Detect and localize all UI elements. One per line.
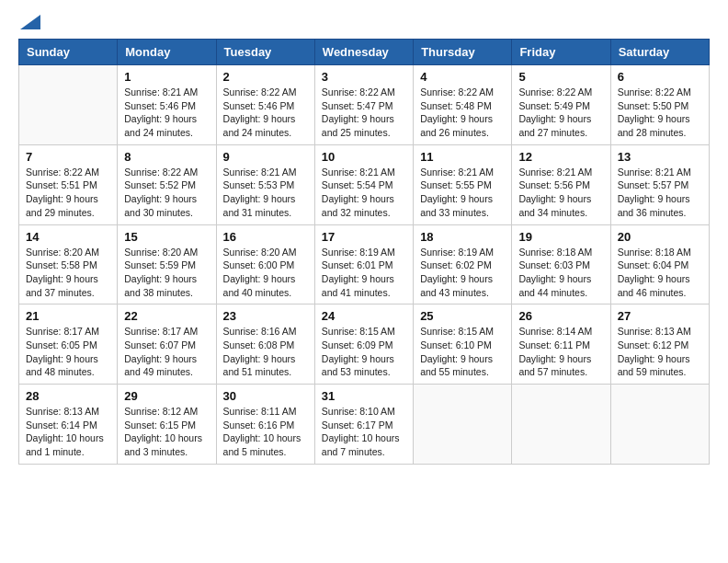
day-number: 12: [518, 150, 603, 164]
calendar-cell: 10Sunrise: 8:21 AM Sunset: 5:54 PM Dayli…: [314, 144, 413, 224]
svg-marker-0: [20, 15, 40, 29]
day-info: Sunrise: 8:22 AM Sunset: 5:52 PM Dayligh…: [124, 166, 209, 220]
logo-icon: [20, 15, 40, 29]
day-info: Sunrise: 8:11 AM Sunset: 6:16 PM Dayligh…: [223, 405, 308, 459]
calendar-cell: 3Sunrise: 8:22 AM Sunset: 5:47 PM Daylig…: [314, 65, 413, 145]
calendar-cell: [610, 385, 709, 465]
day-info: Sunrise: 8:22 AM Sunset: 5:47 PM Dayligh…: [322, 86, 406, 140]
calendar-cell: 27Sunrise: 8:13 AM Sunset: 6:12 PM Dayli…: [610, 304, 709, 385]
day-info: Sunrise: 8:17 AM Sunset: 6:05 PM Dayligh…: [26, 325, 110, 379]
day-number: 1: [124, 70, 209, 84]
calendar-cell: 12Sunrise: 8:21 AM Sunset: 5:56 PM Dayli…: [512, 144, 610, 224]
day-info: Sunrise: 8:20 AM Sunset: 5:58 PM Dayligh…: [26, 246, 110, 300]
calendar-cell: 2Sunrise: 8:22 AM Sunset: 5:46 PM Daylig…: [216, 65, 314, 145]
weekday-header-tuesday: Tuesday: [216, 40, 314, 65]
day-number: 22: [124, 309, 209, 323]
weekday-header-thursday: Thursday: [414, 40, 512, 65]
calendar-week-row: 14Sunrise: 8:20 AM Sunset: 5:58 PM Dayli…: [19, 224, 710, 304]
weekday-header-friday: Friday: [512, 40, 610, 65]
day-info: Sunrise: 8:21 AM Sunset: 5:55 PM Dayligh…: [420, 166, 505, 220]
calendar-cell: [512, 385, 610, 465]
day-number: 9: [223, 150, 308, 164]
calendar-cell: 18Sunrise: 8:19 AM Sunset: 6:02 PM Dayli…: [414, 224, 512, 304]
day-number: 15: [124, 230, 209, 244]
day-number: 31: [322, 389, 406, 403]
day-number: 21: [26, 309, 110, 323]
calendar-cell: 5Sunrise: 8:22 AM Sunset: 5:49 PM Daylig…: [512, 65, 610, 145]
day-info: Sunrise: 8:22 AM Sunset: 5:49 PM Dayligh…: [518, 86, 603, 140]
day-number: 25: [420, 309, 505, 323]
day-number: 3: [322, 70, 406, 84]
day-info: Sunrise: 8:20 AM Sunset: 5:59 PM Dayligh…: [124, 246, 209, 300]
day-number: 28: [26, 389, 110, 403]
calendar-cell: 6Sunrise: 8:22 AM Sunset: 5:50 PM Daylig…: [610, 65, 709, 145]
day-info: Sunrise: 8:15 AM Sunset: 6:10 PM Dayligh…: [420, 325, 505, 379]
calendar-cell: 31Sunrise: 8:10 AM Sunset: 6:17 PM Dayli…: [314, 385, 413, 465]
day-number: 16: [223, 230, 308, 244]
day-info: Sunrise: 8:12 AM Sunset: 6:15 PM Dayligh…: [124, 405, 209, 459]
day-info: Sunrise: 8:19 AM Sunset: 6:02 PM Dayligh…: [420, 246, 505, 300]
calendar-cell: 19Sunrise: 8:18 AM Sunset: 6:03 PM Dayli…: [512, 224, 610, 304]
calendar-cell: 16Sunrise: 8:20 AM Sunset: 6:00 PM Dayli…: [216, 224, 314, 304]
calendar-cell: 20Sunrise: 8:18 AM Sunset: 6:04 PM Dayli…: [610, 224, 709, 304]
calendar-cell: [414, 385, 512, 465]
logo: [18, 18, 40, 29]
calendar-cell: 9Sunrise: 8:21 AM Sunset: 5:53 PM Daylig…: [216, 144, 314, 224]
calendar-week-row: 7Sunrise: 8:22 AM Sunset: 5:51 PM Daylig…: [19, 144, 710, 224]
calendar-cell: 15Sunrise: 8:20 AM Sunset: 5:59 PM Dayli…: [118, 224, 216, 304]
day-info: Sunrise: 8:21 AM Sunset: 5:53 PM Dayligh…: [223, 166, 308, 220]
calendar-cell: 30Sunrise: 8:11 AM Sunset: 6:16 PM Dayli…: [216, 385, 314, 465]
day-info: Sunrise: 8:21 AM Sunset: 5:54 PM Dayligh…: [322, 166, 406, 220]
day-info: Sunrise: 8:15 AM Sunset: 6:09 PM Dayligh…: [322, 325, 406, 379]
day-info: Sunrise: 8:16 AM Sunset: 6:08 PM Dayligh…: [223, 325, 308, 379]
weekday-header-saturday: Saturday: [610, 40, 709, 65]
calendar-cell: 22Sunrise: 8:17 AM Sunset: 6:07 PM Dayli…: [118, 304, 216, 385]
day-number: 29: [124, 389, 209, 403]
calendar-cell: 25Sunrise: 8:15 AM Sunset: 6:10 PM Dayli…: [414, 304, 512, 385]
day-number: 5: [518, 70, 603, 84]
day-number: 20: [618, 230, 702, 244]
day-number: 4: [420, 70, 505, 84]
day-info: Sunrise: 8:18 AM Sunset: 6:04 PM Dayligh…: [618, 246, 702, 300]
day-number: 19: [518, 230, 603, 244]
day-number: 7: [26, 150, 110, 164]
day-info: Sunrise: 8:13 AM Sunset: 6:12 PM Dayligh…: [618, 325, 702, 379]
day-number: 26: [518, 309, 603, 323]
calendar-cell: 26Sunrise: 8:14 AM Sunset: 6:11 PM Dayli…: [512, 304, 610, 385]
calendar-cell: 7Sunrise: 8:22 AM Sunset: 5:51 PM Daylig…: [19, 144, 118, 224]
calendar-cell: 28Sunrise: 8:13 AM Sunset: 6:14 PM Dayli…: [19, 385, 118, 465]
weekday-header-wednesday: Wednesday: [314, 40, 413, 65]
day-number: 30: [223, 389, 308, 403]
calendar-week-row: 21Sunrise: 8:17 AM Sunset: 6:05 PM Dayli…: [19, 304, 710, 385]
weekday-header-monday: Monday: [118, 40, 216, 65]
day-number: 2: [223, 70, 308, 84]
calendar-cell: 23Sunrise: 8:16 AM Sunset: 6:08 PM Dayli…: [216, 304, 314, 385]
day-number: 23: [223, 309, 308, 323]
day-info: Sunrise: 8:14 AM Sunset: 6:11 PM Dayligh…: [518, 325, 603, 379]
calendar-cell: 11Sunrise: 8:21 AM Sunset: 5:55 PM Dayli…: [414, 144, 512, 224]
calendar-cell: 4Sunrise: 8:22 AM Sunset: 5:48 PM Daylig…: [414, 65, 512, 145]
day-number: 14: [26, 230, 110, 244]
calendar-cell: 29Sunrise: 8:12 AM Sunset: 6:15 PM Dayli…: [118, 385, 216, 465]
day-info: Sunrise: 8:19 AM Sunset: 6:01 PM Dayligh…: [322, 246, 406, 300]
calendar-cell: [19, 65, 118, 145]
calendar-cell: 14Sunrise: 8:20 AM Sunset: 5:58 PM Dayli…: [19, 224, 118, 304]
day-info: Sunrise: 8:18 AM Sunset: 6:03 PM Dayligh…: [518, 246, 603, 300]
calendar-cell: 13Sunrise: 8:21 AM Sunset: 5:57 PM Dayli…: [610, 144, 709, 224]
day-info: Sunrise: 8:13 AM Sunset: 6:14 PM Dayligh…: [26, 405, 110, 459]
day-info: Sunrise: 8:22 AM Sunset: 5:46 PM Dayligh…: [223, 86, 308, 140]
day-info: Sunrise: 8:22 AM Sunset: 5:51 PM Dayligh…: [26, 166, 110, 220]
day-number: 17: [322, 230, 406, 244]
day-number: 10: [322, 150, 406, 164]
day-info: Sunrise: 8:21 AM Sunset: 5:56 PM Dayligh…: [518, 166, 603, 220]
calendar-cell: 24Sunrise: 8:15 AM Sunset: 6:09 PM Dayli…: [314, 304, 413, 385]
day-info: Sunrise: 8:17 AM Sunset: 6:07 PM Dayligh…: [124, 325, 209, 379]
day-info: Sunrise: 8:22 AM Sunset: 5:50 PM Dayligh…: [618, 86, 702, 140]
day-number: 13: [618, 150, 702, 164]
calendar-week-row: 28Sunrise: 8:13 AM Sunset: 6:14 PM Dayli…: [19, 385, 710, 465]
weekday-header-row: SundayMondayTuesdayWednesdayThursdayFrid…: [19, 40, 710, 65]
calendar-table: SundayMondayTuesdayWednesdayThursdayFrid…: [18, 39, 710, 465]
calendar-cell: 21Sunrise: 8:17 AM Sunset: 6:05 PM Dayli…: [19, 304, 118, 385]
day-info: Sunrise: 8:21 AM Sunset: 5:57 PM Dayligh…: [618, 166, 702, 220]
day-info: Sunrise: 8:21 AM Sunset: 5:46 PM Dayligh…: [124, 86, 209, 140]
